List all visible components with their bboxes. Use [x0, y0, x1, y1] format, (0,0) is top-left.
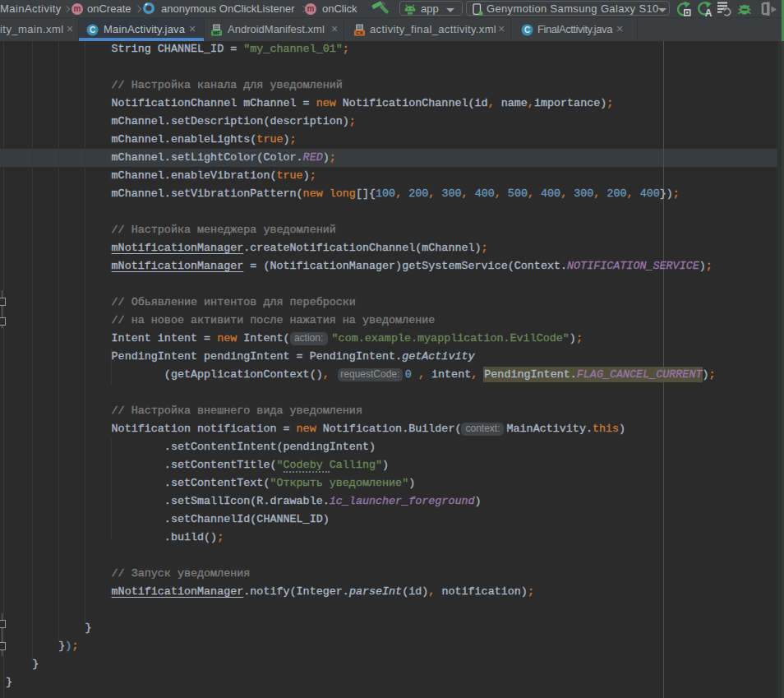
svg-text:CX: CX [356, 30, 362, 35]
svg-text:C: C [524, 25, 530, 35]
svg-text:MF: MF [213, 30, 220, 35]
svg-text:A: A [705, 7, 713, 17]
svg-text:C: C [90, 25, 95, 35]
